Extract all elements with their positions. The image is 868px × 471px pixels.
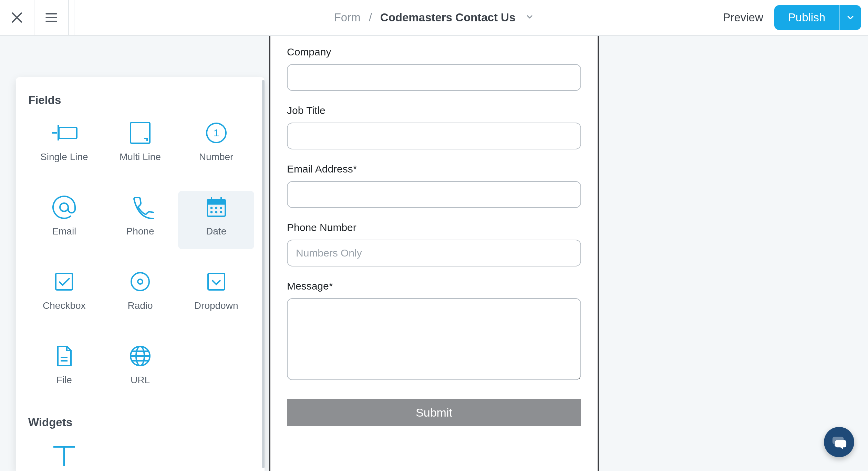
field-label: Company xyxy=(287,46,581,58)
field-type-number[interactable]: 1 Number xyxy=(178,116,254,175)
breadcrumb: Form / Codemasters Contact Us xyxy=(334,11,534,24)
field-type-radio[interactable]: Radio xyxy=(102,265,178,324)
field-type-label: Phone xyxy=(126,226,154,237)
field-label: Email Address* xyxy=(287,163,581,175)
close-icon xyxy=(9,10,24,25)
field-label: Phone Number xyxy=(287,222,581,233)
svg-point-16 xyxy=(210,207,213,209)
topbar-divider xyxy=(74,0,74,36)
at-sign-icon xyxy=(48,191,81,224)
globe-icon xyxy=(124,339,157,373)
checkbox-icon xyxy=(48,265,81,298)
radio-icon xyxy=(124,265,157,298)
multi-line-icon xyxy=(124,116,157,149)
publish-dropdown-button[interactable] xyxy=(839,5,861,30)
svg-point-23 xyxy=(131,273,149,291)
submit-button[interactable]: Submit xyxy=(287,399,581,426)
svg-point-19 xyxy=(210,211,213,213)
menu-button[interactable] xyxy=(34,0,69,35)
field-type-label: URL xyxy=(131,375,150,386)
phone-icon xyxy=(124,191,157,224)
form-field-phone[interactable]: Phone Number xyxy=(287,222,581,266)
field-type-date[interactable]: Date xyxy=(178,191,254,249)
message-textarea[interactable] xyxy=(287,298,581,380)
page-title[interactable]: Codemasters Contact Us xyxy=(380,11,515,24)
field-type-label: Multi Line xyxy=(120,151,161,163)
form-canvas[interactable]: Company Job Title Email Address* Phone N… xyxy=(269,36,599,471)
chat-widget-button[interactable] xyxy=(824,427,854,457)
top-bar: Form / Codemasters Contact Us Preview Pu… xyxy=(0,0,868,36)
field-label: Message* xyxy=(287,280,581,292)
svg-point-18 xyxy=(220,207,222,209)
single-line-icon xyxy=(48,116,81,149)
svg-point-17 xyxy=(215,207,217,209)
publish-split-button: Publish xyxy=(774,5,861,30)
field-type-label: Single Line xyxy=(40,151,88,163)
svg-point-21 xyxy=(220,211,222,213)
form-field-jobtitle[interactable]: Job Title xyxy=(287,105,581,149)
form-field-company[interactable]: Company xyxy=(287,46,581,91)
file-icon xyxy=(48,339,81,373)
field-type-label: Date xyxy=(206,226,226,237)
phone-input[interactable] xyxy=(287,240,581,266)
field-type-label: Email xyxy=(52,226,76,237)
jobtitle-input[interactable] xyxy=(287,123,581,149)
title-dropdown-button[interactable] xyxy=(525,11,534,24)
field-type-label: Radio xyxy=(127,300,153,311)
dropdown-icon xyxy=(200,265,233,298)
field-label: Job Title xyxy=(287,105,581,116)
breadcrumb-root[interactable]: Form xyxy=(334,11,361,24)
svg-rect-13 xyxy=(207,200,225,205)
number-icon: 1 xyxy=(200,116,233,149)
fields-sidebar: Fields Single Line Multi Line xyxy=(16,77,265,471)
svg-rect-22 xyxy=(56,273,72,290)
field-type-label: File xyxy=(56,375,72,386)
calendar-icon xyxy=(200,191,233,224)
field-type-email[interactable]: Email xyxy=(26,191,102,249)
chevron-down-icon xyxy=(846,13,855,22)
email-input[interactable] xyxy=(287,181,581,208)
svg-point-11 xyxy=(60,203,68,211)
close-button[interactable] xyxy=(0,0,34,35)
field-type-file[interactable]: File xyxy=(26,339,102,398)
field-type-label: Dropdown xyxy=(194,300,238,311)
svg-text:1: 1 xyxy=(213,127,219,138)
topbar-left xyxy=(0,0,69,35)
topbar-right: Preview Publish xyxy=(723,5,868,30)
breadcrumb-separator: / xyxy=(369,11,372,24)
field-type-dropdown[interactable]: Dropdown xyxy=(178,265,254,324)
field-type-url[interactable]: URL xyxy=(102,339,178,398)
widget-type-text[interactable] xyxy=(26,439,102,471)
publish-button[interactable]: Publish xyxy=(774,5,839,30)
widgets-grid xyxy=(26,439,254,471)
widgets-group-title: Widgets xyxy=(28,416,254,429)
svg-point-20 xyxy=(215,211,217,213)
field-type-multi-line[interactable]: Multi Line xyxy=(102,116,178,175)
fields-group-title: Fields xyxy=(28,94,254,107)
fields-grid: Single Line Multi Line 1 Number xyxy=(26,116,254,398)
field-type-phone[interactable]: Phone xyxy=(102,191,178,249)
field-type-label: Checkbox xyxy=(43,300,86,311)
chevron-down-icon xyxy=(525,12,534,21)
company-input[interactable] xyxy=(287,64,581,91)
svg-rect-6 xyxy=(59,127,77,138)
field-type-checkbox[interactable]: Checkbox xyxy=(26,265,102,324)
form-field-message[interactable]: Message* xyxy=(287,280,581,381)
field-type-single-line[interactable]: Single Line xyxy=(26,116,102,175)
chat-icon xyxy=(831,434,847,450)
svg-rect-25 xyxy=(208,273,225,290)
svg-point-24 xyxy=(138,279,143,284)
hamburger-icon xyxy=(44,10,59,25)
preview-button[interactable]: Preview xyxy=(723,11,763,24)
form-field-email[interactable]: Email Address* xyxy=(287,163,581,208)
field-type-label: Number xyxy=(199,151,234,163)
text-widget-icon xyxy=(48,439,81,471)
